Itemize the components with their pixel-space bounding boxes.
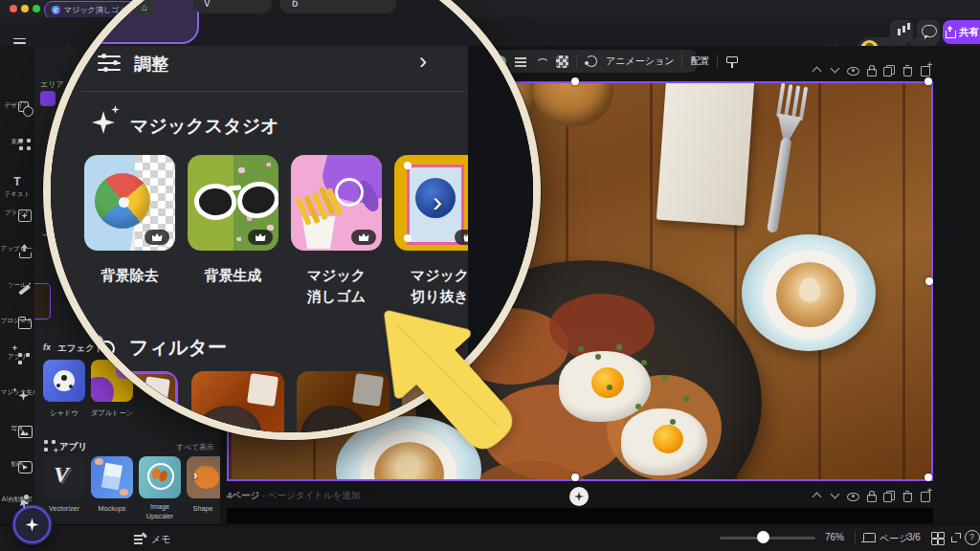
adjust-row[interactable]: 調整 [134, 53, 168, 76]
sidebar-item-videos[interactable]: 動画 [0, 459, 34, 469]
assistant-button[interactable] [13, 506, 51, 543]
cards-scroll-chevron[interactable]: › [433, 186, 442, 218]
lens-tab2[interactable]: V [193, 0, 272, 13]
crown-icon [152, 233, 163, 241]
filter-header: フィルター [129, 335, 227, 361]
effect-shadow-thumb[interactable] [43, 360, 85, 402]
move-up-icon[interactable] [810, 63, 823, 77]
hand-icon [462, 233, 468, 242]
magic-eraser-card[interactable] [291, 155, 382, 251]
selection-handle-bottom[interactable] [571, 474, 579, 481]
tab3-favicon: б [292, 0, 298, 9]
zoom-slider-thumb[interactable] [757, 531, 769, 543]
move-down-icon[interactable] [828, 489, 841, 502]
fullscreen-icon[interactable] [950, 532, 962, 543]
apps-see-all-link[interactable]: すべて表示 [176, 442, 214, 452]
sidebar-item-ai-translate[interactable]: AI自動翻訳 [0, 495, 34, 504]
sidebar-item-projects[interactable]: プロジェクト [0, 316, 34, 325]
bg-remover-card[interactable] [84, 155, 175, 251]
app-shape-thumb[interactable] [187, 456, 220, 498]
selection-handle-top[interactable] [571, 77, 579, 85]
lock-icon[interactable] [864, 489, 878, 502]
app-vectorizer-thumb[interactable] [43, 456, 85, 498]
adjust-chevron-icon[interactable]: › [419, 48, 427, 75]
filter-thumb-warm[interactable] [191, 371, 284, 432]
selection-handle-bottom-right[interactable] [924, 474, 932, 481]
magic-eraser-label: マジック 消しゴム [291, 265, 382, 307]
transparency-icon[interactable] [556, 55, 568, 68]
move-up-icon[interactable] [810, 489, 823, 502]
position-button[interactable]: 配置 [690, 55, 709, 68]
share-label: 共有 [959, 26, 979, 39]
lens-home-button[interactable]: ⌂ [134, 0, 155, 16]
area-tool-icon[interactable] [40, 91, 56, 106]
sidebar-item-brand[interactable]: ブランド [0, 208, 34, 217]
apps-scroll-chevron[interactable]: › [193, 468, 197, 482]
animation-icon[interactable] [585, 55, 598, 68]
lens-tab3[interactable]: б [279, 0, 396, 13]
add-page-icon[interactable] [919, 489, 932, 502]
page-action-button[interactable] [569, 487, 589, 506]
app-vectorizer-label: Vectorizer [40, 504, 88, 513]
duplicate-icon[interactable] [882, 63, 896, 77]
delete-icon[interactable] [901, 63, 914, 77]
selection-handle-top-right[interactable] [924, 77, 932, 85]
sparkle-icon [574, 492, 584, 501]
visibility-icon[interactable] [846, 63, 859, 77]
sidebar-item-design[interactable]: デザイン [0, 100, 34, 110]
page-title-row[interactable]: 4ページ - ページタイトルを追加 [227, 490, 360, 502]
delete-icon[interactable] [901, 489, 914, 502]
sidebar-item-magic-generate[interactable]: マジック生成 [0, 387, 34, 397]
adjust-lines-icon[interactable] [514, 55, 527, 68]
add-page-icon[interactable] [919, 63, 932, 77]
pages-view-button[interactable]: ページ [880, 532, 908, 545]
app-image-upscaler-thumb[interactable] [139, 456, 181, 498]
sidebar-item-elements[interactable]: 素材 [0, 137, 34, 146]
insights-button-real[interactable] [890, 20, 913, 43]
help-icon[interactable] [965, 530, 980, 545]
sidebar-item-uploads[interactable]: アップロード [0, 244, 34, 253]
copy-style-icon[interactable] [725, 55, 739, 68]
page-controls-top [810, 63, 932, 77]
bg-generator-card[interactable] [188, 155, 278, 251]
sidebar-item-photos[interactable]: 写真 [0, 424, 34, 433]
visibility-icon[interactable] [846, 489, 859, 502]
move-down-icon[interactable] [828, 63, 841, 77]
arc-icon[interactable] [535, 55, 548, 68]
maximize-window-button[interactable] [33, 5, 40, 12]
app-upscaler-label1: Image [136, 502, 184, 511]
next-page-preview[interactable] [227, 508, 933, 523]
sidebar-item-apps[interactable]: アプリ [0, 352, 34, 362]
zoom-percent[interactable]: 76% [825, 532, 844, 542]
sidebar-item-tools[interactable]: ツール [0, 280, 34, 290]
sidebar-item-text[interactable]: Tテキスト [0, 172, 34, 199]
close-window-button[interactable] [10, 5, 17, 12]
animation-button[interactable]: アニメーション [606, 55, 674, 68]
crown-icon [256, 233, 266, 241]
apps-section-icon [43, 439, 58, 454]
page-title-placeholder[interactable]: ページタイトルを追加 [268, 490, 361, 500]
memo-button[interactable]: メモ [151, 533, 170, 546]
toolbar-divider [717, 55, 718, 69]
magic-grab-card[interactable] [394, 155, 468, 251]
crown-icon [359, 233, 369, 241]
muffin [533, 81, 613, 127]
app-upscaler-label2: Upscaler [136, 512, 184, 520]
minimize-window-button[interactable] [21, 5, 29, 12]
selected-thumbnail-sliver[interactable] [34, 283, 51, 320]
divider [80, 91, 467, 92]
page-number-label: 4ページ [227, 490, 259, 500]
grid-view-icon[interactable] [930, 531, 944, 544]
left-sidebar: デザイン 素材 Tテキスト ブランド アップロード ツール プロジェクト アプリ… [0, 46, 34, 524]
main-menu-icon[interactable] [13, 42, 26, 44]
share-button[interactable]: 共有 [943, 20, 980, 44]
latte-heart [799, 277, 820, 302]
pages-view-icon[interactable] [862, 531, 876, 544]
duplicate-icon[interactable] [882, 489, 896, 502]
bg-remover-label: 背景除去 [84, 265, 175, 286]
selection-handle-right[interactable] [925, 277, 933, 285]
pro-badge [351, 230, 376, 245]
lock-icon[interactable] [864, 63, 878, 77]
comments-button-real[interactable] [917, 20, 940, 43]
app-mockups-thumb[interactable] [91, 456, 133, 498]
